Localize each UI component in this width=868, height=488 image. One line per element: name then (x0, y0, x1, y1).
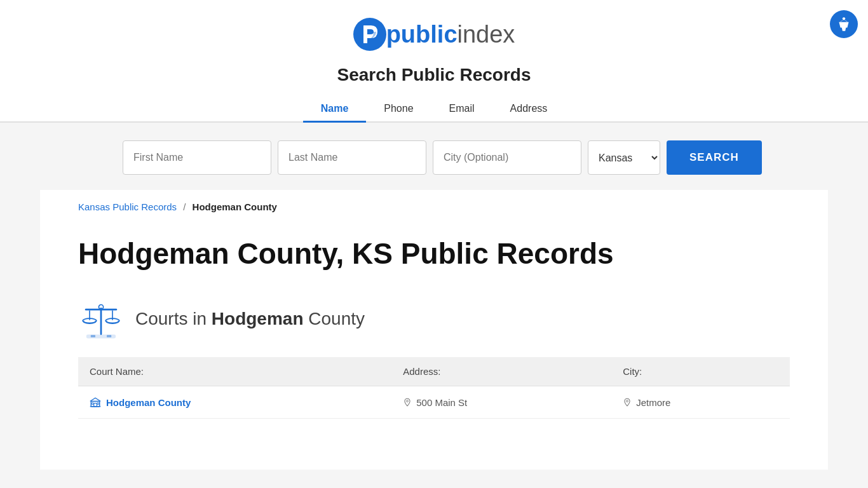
svg-rect-18 (92, 403, 93, 405)
address-icon (403, 398, 412, 407)
tab-address[interactable]: Address (492, 97, 566, 123)
breadcrumb-parent-link[interactable]: Kansas Public Records (78, 201, 177, 212)
city-input[interactable] (433, 140, 581, 175)
tab-email[interactable]: Email (431, 97, 492, 123)
first-name-input[interactable] (123, 140, 271, 175)
state-select[interactable]: Kansas Alabama Alaska Arizona California… (588, 140, 660, 175)
search-tabs: Name Phone Email Address (0, 97, 868, 123)
breadcrumb-separator: / (183, 201, 186, 212)
court-name-link[interactable]: Hodgeman County (90, 396, 380, 408)
courts-table: Court Name: Address: City: (78, 357, 790, 419)
logo-icon (353, 18, 386, 51)
logo-container: publicindex (0, 18, 868, 51)
address-cell: 500 Main St (391, 386, 611, 419)
svg-point-21 (407, 400, 409, 402)
site-logo-text: publicindex (386, 21, 515, 48)
page-title: Hodgeman County, KS Public Records (78, 236, 790, 271)
search-area: Kansas Alabama Alaska Arizona California… (0, 123, 868, 190)
svg-point-22 (627, 400, 628, 402)
search-button[interactable]: SEARCH (667, 140, 762, 175)
svg-rect-14 (91, 335, 95, 337)
city-cell: Jetmore (611, 386, 790, 419)
breadcrumb-current: Hodgeman County (193, 201, 277, 212)
table-row: Hodgeman County 500 Main St (78, 386, 790, 419)
svg-rect-16 (91, 402, 100, 407)
last-name-input[interactable] (278, 140, 426, 175)
breadcrumb: Kansas Public Records / Hodgeman County (78, 190, 790, 219)
svg-rect-3 (100, 308, 102, 335)
courts-icon (78, 296, 124, 342)
city-icon (623, 398, 632, 407)
svg-point-0 (843, 17, 845, 20)
column-court-name: Court Name: (78, 357, 391, 386)
column-city: City: (611, 357, 790, 386)
courts-header: Courts in Hodgeman County (78, 296, 790, 342)
table-header-row: Court Name: Address: City: (78, 357, 790, 386)
accessibility-button[interactable] (830, 10, 858, 38)
tab-phone[interactable]: Phone (366, 97, 431, 123)
search-heading: Search Public Records (0, 65, 868, 85)
main-content: Kansas Public Records / Hodgeman County … (40, 190, 828, 470)
svg-rect-19 (97, 403, 98, 405)
column-address: Address: (391, 357, 611, 386)
courts-section: Courts in Hodgeman County Court Name: Ad… (78, 296, 790, 419)
court-name-cell: Hodgeman County (78, 386, 391, 419)
header: publicindex Search Public Records Name P… (0, 0, 868, 123)
courthouse-icon (90, 396, 101, 408)
search-form: Kansas Alabama Alaska Arizona California… (85, 140, 783, 175)
courts-section-title: Courts in Hodgeman County (135, 309, 365, 329)
tab-name[interactable]: Name (303, 97, 367, 123)
svg-rect-15 (107, 335, 111, 337)
svg-rect-17 (94, 403, 97, 407)
